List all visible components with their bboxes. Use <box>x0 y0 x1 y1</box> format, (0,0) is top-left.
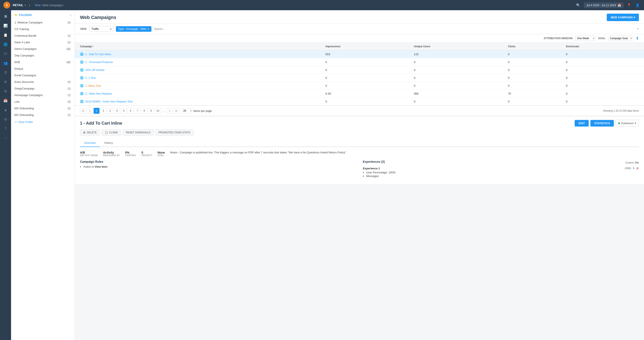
campaign-name-link[interactable]: 🌐 2019 DEMO - Amie Hero Replace Test <box>80 100 318 103</box>
table-header: Campaign ↑ Impressions Unique Users Clic… <box>75 43 644 50</box>
sidebar-users-icon[interactable]: 👥 <box>1 59 10 67</box>
profile-icon[interactable]: 👤 <box>635 2 640 8</box>
table-row[interactable]: 🌐 1: 1 Test 0 0 0 0 <box>75 74 644 82</box>
filter-tag-remove[interactable]: × <box>148 27 149 31</box>
folder-item[interactable]: Contextual Bandit1 <box>11 32 75 39</box>
exp-item-percentage: User Percentage: 100% <box>366 171 396 174</box>
table-row[interactable]: 🌐 1 - Add To Cart Inline 553 115 0 0 <box>75 50 644 58</box>
sidebar-list-icon[interactable]: ☰ <box>1 68 10 77</box>
clicks-cell: 0 <box>504 98 562 105</box>
reset-dismissals-button[interactable]: RESET DISMISSALS <box>123 129 154 136</box>
new-campaign-button[interactable]: NEW CAMPAIGN ▾ <box>607 14 639 21</box>
attribution-window-select[interactable]: One Week Two Weeks One Month <box>575 36 596 41</box>
items-per-page-select[interactable]: 20 50 100 <box>182 108 192 113</box>
delete-button[interactable]: 🗑 DELETE <box>80 129 100 136</box>
campaign-name-link[interactable]: 🌐 15% Off Infobar <box>80 68 318 72</box>
view-select[interactable]: Traffic Engagement Revenue <box>89 26 113 32</box>
export-button[interactable]: ⬆ <box>636 36 639 41</box>
collapse-folders-btn[interactable]: ‹ <box>70 14 72 17</box>
detail-title: 1 - Add To Cart Inline <box>80 121 122 126</box>
campaign-name-link[interactable]: 🌐 1: Many Test <box>80 84 318 87</box>
sidebar-settings3-icon[interactable]: ⚙ <box>1 115 10 124</box>
table-row[interactable]: 🌐 1 - Promoted Products 0 0 0 0 <box>75 58 644 66</box>
folder-item[interactable]: GregsCampaign1 <box>11 85 75 92</box>
sidebar-analytics-icon[interactable]: 📊 <box>1 21 10 30</box>
clear-search-icon[interactable]: × <box>637 27 639 31</box>
tab-history[interactable]: History <box>100 139 117 147</box>
folder-item[interactable]: Live3 <box>11 98 75 105</box>
folder-item[interactable]: Email Campaigns <box>11 72 75 79</box>
folder-item[interactable]: Extra Discounts5 <box>11 79 75 85</box>
page-9-btn[interactable]: 9 <box>148 108 154 114</box>
folder-item[interactable]: 1. Webinar Campaigns9 <box>11 19 75 26</box>
page-first-btn[interactable]: ⟨⟨ <box>80 108 86 114</box>
sidebar-home-icon[interactable]: ⊞ <box>1 12 10 21</box>
folder-name: EKB <box>14 61 66 64</box>
new-folder-button[interactable]: + + New Folder <box>11 118 75 126</box>
page-7-btn[interactable]: 7 <box>134 108 140 114</box>
campaign-name-link[interactable]: 🌐 1 - Promoted Products <box>80 60 318 64</box>
breadcrumb-web[interactable]: Web <box>35 4 40 7</box>
col-impressions[interactable]: Impressions <box>322 43 410 50</box>
search-input[interactable] <box>154 27 637 31</box>
sidebar-arrow-icon[interactable]: → <box>1 134 10 142</box>
exp-view-icon[interactable]: 👁 <box>632 167 635 170</box>
promoted-items-stats-button[interactable]: PROMOTED ITEMS STATS <box>155 129 194 136</box>
table-row[interactable]: 🌐 1: Many Test 0 0 0 0 <box>75 82 644 90</box>
folder-item[interactable]: MS Onboarding2 <box>11 105 75 112</box>
sidebar-web-icon[interactable]: 🌐 <box>1 40 10 49</box>
folder-item[interactable]: Demo Campaigns16 <box>11 46 75 52</box>
exp-delete-icon[interactable]: 🗑 <box>636 167 639 170</box>
col-dismissals[interactable]: Dismissals <box>562 43 644 50</box>
impressions-cell: 0 <box>322 74 410 82</box>
page-4-btn[interactable]: 4 <box>114 108 120 114</box>
table-row[interactable]: 🌐 2 - Main Nav Replace 6.2K 368 70 0 <box>75 90 644 98</box>
col-campaign[interactable]: Campaign ↑ <box>75 43 322 50</box>
page-next-btn[interactable]: ⟩ <box>166 108 172 114</box>
col-unique-users[interactable]: Unique Users <box>410 43 504 50</box>
campaign-name-link[interactable]: 🌐 1 - Add To Cart Inline <box>80 52 318 56</box>
sidebar-campaigns-icon[interactable]: 📋 <box>1 31 10 39</box>
page-1-btn[interactable]: 1 <box>94 108 100 114</box>
page-10-btn[interactable]: 10 <box>155 108 161 114</box>
folder-item[interactable]: CS Training <box>11 26 75 32</box>
page-prev-btn[interactable]: ⟨ <box>87 108 93 114</box>
brand-selector[interactable]: RETAIL ▾ <box>13 4 26 7</box>
sidebar-help-icon[interactable]: ? <box>1 124 10 133</box>
page-8-btn[interactable]: 8 <box>141 108 147 114</box>
folder-item[interactable]: Homepage Campaigns7 <box>11 92 75 98</box>
page-3-btn[interactable]: 3 <box>107 108 113 114</box>
campaign-name-link[interactable]: 🌐 1: 1 Test <box>80 76 318 79</box>
sidebar-catalog-icon[interactable]: 🏷 <box>1 49 10 58</box>
unique-users-cell: 0 <box>410 82 504 90</box>
clone-button[interactable]: 📋 CLONE <box>102 129 121 136</box>
sidebar-network-icon[interactable]: ◈ <box>1 106 10 114</box>
page-5-btn[interactable]: 5 <box>121 108 127 114</box>
statistics-button[interactable]: STATISTICS <box>590 120 614 126</box>
sidebar-settings-icon[interactable]: ⚙ <box>1 78 10 86</box>
tab-overview[interactable]: Overview <box>80 139 100 147</box>
folder-item[interactable]: MZ Onboarding1 <box>11 112 75 118</box>
search-icon[interactable]: 🔍 <box>575 2 581 8</box>
page-2-btn[interactable]: 2 <box>100 108 106 114</box>
view-select-wrapper: Traffic Engagement Revenue <box>89 26 113 32</box>
folder-item[interactable]: EKB19 <box>11 59 75 65</box>
campaign-name-link[interactable]: 🌐 2 - Main Nav Replace <box>80 92 318 95</box>
detail-panel: 1 - Add To Cart Inline EDIT STATISTICS P… <box>75 116 644 184</box>
sidebar-gear2-icon[interactable]: ⚙ <box>1 87 10 95</box>
table-row[interactable]: 🌐 15% Off Infobar 0 0 0 0 <box>75 66 644 74</box>
edit-button[interactable]: EDIT <box>575 120 589 126</box>
published-button[interactable]: Published ▾ <box>616 120 639 127</box>
table-row[interactable]: 🌐 2019 DEMO - Amie Hero Replace Test 0 0… <box>75 98 644 105</box>
folder-item[interactable]: Dave 4 Labs2 <box>11 39 75 46</box>
page-6-btn[interactable]: 6 <box>128 108 134 114</box>
date-range-picker[interactable]: Jul 4 2019 - Jul 11 2019 📅 <box>584 2 624 8</box>
dismissals-cell: 0 <box>562 98 644 105</box>
folder-item[interactable]: Eloqua <box>11 65 75 72</box>
folder-item[interactable]: Drip Campaigns <box>11 52 75 59</box>
sidebar-calendar-icon[interactable]: 📅 <box>1 96 10 105</box>
location-icon[interactable]: 📍 <box>626 2 632 8</box>
attribution-goal-select[interactable]: Campaign Goal Clicks Revenue <box>608 36 633 41</box>
col-clicks[interactable]: Clicks <box>504 43 562 50</box>
page-last-btn[interactable]: ⟩⟩ <box>173 108 179 114</box>
